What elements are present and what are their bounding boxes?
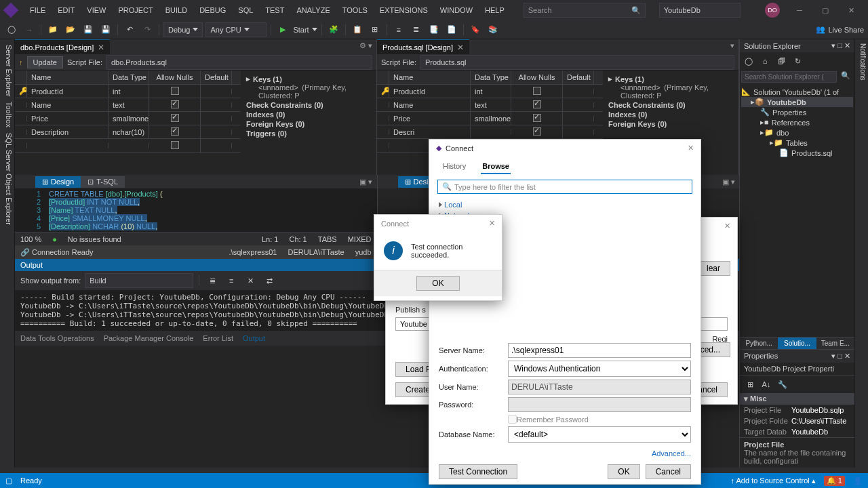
script-file-dropdown[interactable]: Products.sql (420, 55, 734, 70)
table-row[interactable]: Nametext (15, 98, 241, 112)
refresh-icon[interactable]: ↻ (790, 54, 805, 68)
menu-tools[interactable]: TOOLS (337, 3, 373, 17)
properties-node[interactable]: 🔧 Properties (741, 107, 853, 117)
design-tab[interactable]: ⊞ Design (35, 176, 81, 188)
props-cat-icon[interactable]: ⊞ (743, 377, 757, 392)
user-avatar[interactable]: DO (765, 3, 780, 18)
close-icon[interactable]: ✕ (724, 222, 730, 230)
close-icon[interactable]: ✕ (688, 144, 694, 152)
props-az-icon[interactable]: A↓ (759, 377, 774, 392)
startup-config[interactable]: YoutubeDb (659, 3, 741, 18)
col-default[interactable]: Default (563, 70, 594, 84)
rail-server-explorer[interactable]: Server Explorer (1, 45, 13, 96)
references-node[interactable]: ▸■ References (741, 117, 853, 127)
col-type[interactable]: Data Type (471, 70, 511, 84)
tb-icon-5[interactable]: ≣ (409, 22, 424, 37)
menu-analyze[interactable]: ANALYZE (291, 3, 335, 17)
menu-sql[interactable]: SQL (233, 3, 258, 17)
nav-fwd-icon[interactable]: → (22, 22, 37, 37)
doc-tab-1[interactable]: dbo.Products [Design]✕ (15, 39, 110, 54)
tb-icon-3[interactable]: ⊞ (368, 22, 382, 37)
col-nulls[interactable]: Allow Nulls (511, 70, 563, 84)
test-connection-button[interactable]: Test Connection (439, 464, 517, 479)
menu-view[interactable]: VIEW (81, 3, 111, 17)
db-dropdown[interactable]: <default> (508, 426, 691, 443)
add-source-control[interactable]: ↑ Add to Source Control ▴ (731, 476, 816, 485)
tb-icon-8[interactable]: 🔖 (468, 22, 483, 37)
notification-badge[interactable]: 🔔 1 (824, 476, 845, 486)
dbo-node[interactable]: ▸📁 dbo (741, 127, 853, 138)
menu-build[interactable]: BUILD (160, 3, 193, 17)
solution-search-input[interactable] (741, 71, 837, 83)
start-label[interactable]: Start (293, 26, 309, 34)
menu-debug[interactable]: DEBUG (194, 3, 231, 17)
live-share-button[interactable]: 👥 Live Share (816, 25, 864, 34)
browse-tab[interactable]: Browse (481, 159, 511, 174)
output-tb-icon[interactable]: ≡ (224, 273, 239, 288)
table-row[interactable]: Nametext (377, 98, 603, 112)
menu-test[interactable]: TEST (260, 3, 290, 17)
property-row[interactable]: Project FoldeC:\Users\iTTaste (740, 415, 854, 426)
bottom-tab[interactable]: Error List (203, 334, 233, 342)
table-row[interactable]: 🔑ProductIdint (377, 85, 603, 98)
script-file-dropdown[interactable]: dbo.Products.sql (106, 55, 372, 70)
table-row[interactable]: Pricesmallmoney (377, 112, 603, 125)
save-icon[interactable]: 💾 (81, 22, 96, 37)
output-tb-icon[interactable]: ≣ (205, 273, 220, 288)
output-source-dropdown[interactable]: Build (85, 273, 193, 288)
filter-input[interactable]: 🔍 Type here to filter the list (437, 180, 692, 194)
project-node[interactable]: ▸📦 YoutubeDb (741, 97, 853, 107)
tb-icon-2[interactable]: 📋 (350, 22, 365, 37)
auth-dropdown[interactable]: Windows Authentication (508, 361, 691, 377)
redo-icon[interactable]: ↷ (140, 22, 155, 37)
menu-extensions[interactable]: EXTENSIONS (374, 3, 433, 17)
output-tb-icon[interactable]: ✕ (243, 273, 258, 288)
tb-icon-1[interactable]: 🧩 (326, 22, 341, 37)
properties-object[interactable]: YoutubeDb Project Properti (740, 363, 854, 375)
ok-button[interactable]: OK (416, 276, 460, 291)
close-icon[interactable]: ✕ (98, 43, 104, 52)
table-row[interactable]: Descriptionnchar(10) (15, 125, 241, 139)
col-default[interactable]: Default (201, 70, 232, 84)
tb-icon-4[interactable]: ≡ (391, 22, 406, 37)
notifications-rail[interactable]: Notifications (854, 39, 868, 468)
menu-edit[interactable]: EDIT (52, 3, 80, 17)
bottom-tab[interactable]: Output (243, 334, 265, 342)
rp-tab[interactable]: Team E... (816, 338, 854, 349)
start-button[interactable]: ▶ (275, 22, 290, 37)
tb-icon-9[interactable]: 📚 (486, 22, 500, 37)
save-all-icon[interactable]: 💾 (98, 22, 113, 37)
table-row[interactable]: 🔑ProductIdint (15, 85, 241, 98)
zoom-level[interactable]: 100 % (20, 235, 41, 243)
server-name-input[interactable] (508, 343, 691, 358)
rp-tab[interactable]: Solutio... (778, 338, 816, 349)
tb-icon-7[interactable]: 📄 (444, 22, 459, 37)
col-name[interactable]: Name (27, 70, 108, 84)
tables-node[interactable]: ▸📁 Tables (741, 138, 853, 148)
sql-file-node[interactable]: 📄 Products.sql (741, 148, 853, 158)
doc-tab-2[interactable]: Products.sql [Design]✕ (377, 39, 469, 54)
close-icon[interactable]: ✕ (457, 43, 464, 52)
col-type[interactable]: Data Type (108, 70, 149, 84)
search-input[interactable]: Search 🔍 (524, 3, 646, 18)
clear-button[interactable]: lear (696, 261, 730, 276)
rail-toolbox[interactable]: Toolbox (1, 102, 13, 127)
platform-dropdown[interactable]: Any CPU (205, 22, 267, 37)
se-icon[interactable]: 🗐 (774, 54, 789, 68)
bottom-tab[interactable]: Package Manager Console (104, 334, 194, 342)
rp-tab[interactable]: Python... (740, 338, 778, 349)
rail-sql-server-object-explorer[interactable]: SQL Server Object Explorer (1, 133, 13, 225)
ok-button[interactable]: OK (608, 464, 639, 479)
property-row[interactable]: Project FileYoutubeDb.sqlp (740, 405, 854, 415)
minimize-button[interactable]: ─ (788, 2, 811, 18)
output-tb-icon[interactable]: ⇄ (262, 273, 277, 288)
props-wrench-icon[interactable]: 🔧 (775, 377, 790, 392)
menu-window[interactable]: WINDOW (435, 3, 478, 17)
new-project-icon[interactable]: 📁 (45, 22, 60, 37)
cancel-button[interactable]: Cancel (646, 464, 691, 479)
local-group[interactable]: Local (439, 199, 691, 210)
col-name[interactable]: Name (389, 70, 471, 84)
close-icon[interactable]: ✕ (489, 219, 495, 228)
open-icon[interactable]: 📂 (63, 22, 78, 37)
home-icon[interactable]: ⌂ (757, 54, 772, 68)
